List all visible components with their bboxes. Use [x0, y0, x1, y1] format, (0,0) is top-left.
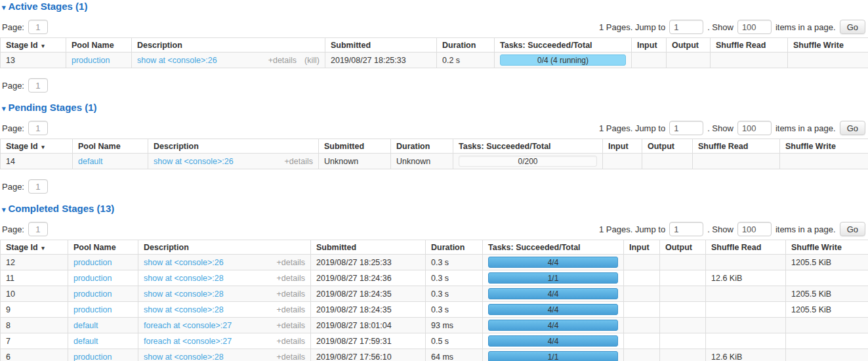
pager-left: Page:	[2, 78, 48, 93]
column-header-shuffle-read[interactable]: Shuffle Read	[711, 38, 788, 53]
stage-description-link[interactable]: show at <console>:28	[144, 352, 224, 361]
pool-name-link[interactable]: production	[73, 305, 112, 314]
details-toggle[interactable]: +details	[285, 157, 313, 166]
column-header-input[interactable]: Input	[624, 240, 660, 255]
tasks-progress-bar: 4/4	[488, 257, 618, 268]
output-cell	[660, 349, 706, 361]
stage-description-link[interactable]: show at <console>:28	[144, 274, 224, 283]
column-header-duration[interactable]: Duration	[426, 240, 483, 255]
go-button[interactable]: Go	[840, 222, 865, 236]
kill-link[interactable]: (kill)	[304, 56, 320, 65]
column-header-shuffle-write[interactable]: Shuffle Write	[786, 240, 868, 255]
collapse-arrow-icon: ▾	[2, 205, 6, 213]
details-toggle[interactable]: +details	[277, 274, 305, 283]
stage-description-link[interactable]: show at <console>:26	[144, 258, 224, 267]
column-header-duration[interactable]: Duration	[437, 38, 495, 53]
duration-cell: 64 ms	[426, 349, 483, 361]
output-cell	[660, 302, 706, 318]
go-button[interactable]: Go	[840, 20, 865, 34]
column-header-tasks-succeeded-total[interactable]: Tasks: Succeeded/Total	[483, 240, 624, 255]
column-header-description[interactable]: Description	[138, 240, 311, 255]
items-per-page-input[interactable]	[737, 222, 772, 236]
page-number-input[interactable]	[28, 179, 48, 194]
column-header-output[interactable]: Output	[667, 38, 711, 53]
column-header-submitted[interactable]: Submitted	[319, 139, 391, 154]
jump-to-page-input[interactable]	[669, 222, 703, 236]
pool-name-link[interactable]: default	[73, 321, 98, 330]
column-header-duration[interactable]: Duration	[391, 139, 453, 154]
details-toggle[interactable]: +details	[277, 337, 305, 346]
stage-description-link[interactable]: show at <console>:26	[154, 157, 234, 166]
stage-description-link[interactable]: show at <console>:28	[144, 305, 224, 314]
header-row: Stage Id ▾Pool NameDescriptionSubmittedD…	[1, 240, 868, 255]
column-header-stage-id[interactable]: Stage Id ▾	[1, 139, 73, 154]
table-row: 11production+detailsshow at <console>:28…	[1, 270, 868, 286]
pool-name-link[interactable]: default	[78, 157, 103, 166]
shuffle-read-cell	[706, 302, 786, 318]
pool-name-cell: default	[73, 154, 148, 169]
details-toggle[interactable]: +details	[277, 321, 305, 330]
stage-id-cell: 14	[1, 154, 73, 169]
pager-controls: 1 Pages. Jump to. Showitems in a page.Go	[599, 222, 865, 236]
stage-description-link[interactable]: foreach at <console>:27	[144, 321, 232, 330]
column-header-pool-name[interactable]: Pool Name	[68, 240, 138, 255]
tasks-progress-cell: 4/4	[483, 255, 624, 270]
details-toggle[interactable]: +details	[277, 305, 305, 314]
jump-to-page-input[interactable]	[669, 121, 703, 135]
go-button[interactable]: Go	[840, 121, 865, 135]
table-row: 13production(kill)+detailsshow at <conso…	[1, 53, 868, 68]
column-header-shuffle-write[interactable]: Shuffle Write	[788, 38, 868, 53]
stage-description-link[interactable]: show at <console>:28	[144, 289, 224, 299]
details-toggle[interactable]: +details	[277, 352, 305, 361]
active-pagination-bottom: Page:	[2, 78, 865, 93]
column-header-description[interactable]: Description	[148, 139, 319, 154]
shuffle-read-cell: 12.6 KiB	[706, 349, 786, 361]
items-per-page-input[interactable]	[737, 121, 772, 135]
column-header-shuffle-read[interactable]: Shuffle Read	[706, 240, 786, 255]
completed-stages-header[interactable]: ▾Completed Stages (13)	[2, 202, 868, 214]
stage-description-link[interactable]: foreach at <console>:27	[144, 337, 232, 346]
active-stages-header[interactable]: ▾Active Stages (1)	[2, 0, 868, 12]
pool-name-link[interactable]: production	[72, 56, 110, 65]
column-header-input[interactable]: Input	[603, 139, 642, 154]
shuffle-write-cell	[786, 349, 868, 361]
details-toggle[interactable]: +details	[277, 258, 305, 267]
pool-name-cell: default	[68, 318, 138, 333]
stage-description-link[interactable]: show at <console>:26	[137, 56, 217, 65]
output-cell	[667, 53, 711, 68]
pool-name-link[interactable]: production	[73, 274, 112, 283]
page-number-input[interactable]	[28, 121, 48, 135]
pool-name-link[interactable]: production	[73, 258, 112, 267]
duration-cell: Unknown	[391, 154, 453, 169]
active-pagination-top: Page:1 Pages. Jump to. Showitems in a pa…	[2, 20, 865, 34]
column-header-pool-name[interactable]: Pool Name	[66, 38, 132, 53]
column-header-input[interactable]: Input	[632, 38, 667, 53]
column-header-shuffle-write[interactable]: Shuffle Write	[780, 139, 868, 154]
column-header-output[interactable]: Output	[660, 240, 706, 255]
column-header-submitted[interactable]: Submitted	[325, 38, 437, 53]
column-header-pool-name[interactable]: Pool Name	[73, 139, 148, 154]
sort-desc-icon: ▾	[40, 43, 45, 49]
column-header-stage-id[interactable]: Stage Id ▾	[1, 38, 66, 53]
column-header-submitted[interactable]: Submitted	[311, 240, 426, 255]
column-header-stage-id[interactable]: Stage Id ▾	[1, 240, 68, 255]
description-cell: +detailsshow at <console>:28	[138, 302, 311, 318]
column-header-shuffle-read[interactable]: Shuffle Read	[693, 139, 780, 154]
column-header-tasks-succeeded-total[interactable]: Tasks: Succeeded/Total	[453, 139, 603, 154]
page-number-input[interactable]	[28, 20, 48, 34]
pool-name-link[interactable]: default	[73, 337, 98, 346]
column-header-output[interactable]: Output	[642, 139, 693, 154]
pending-stages-header[interactable]: ▾Pending Stages (1)	[2, 101, 868, 113]
column-header-tasks-succeeded-total[interactable]: Tasks: Succeeded/Total	[495, 38, 632, 53]
jump-to-page-input[interactable]	[669, 20, 703, 34]
pages-count-label: 1 Pages. Jump to	[599, 224, 665, 234]
details-toggle[interactable]: +details	[268, 56, 297, 65]
pool-name-link[interactable]: production	[73, 289, 112, 299]
page-number-input[interactable]	[28, 222, 48, 236]
column-header-description[interactable]: Description	[132, 38, 325, 53]
items-per-page-input[interactable]	[737, 20, 772, 34]
header-row: Stage Id ▾Pool NameDescriptionSubmittedD…	[1, 38, 868, 53]
details-toggle[interactable]: +details	[277, 289, 305, 299]
pool-name-link[interactable]: production	[73, 352, 112, 361]
page-number-input[interactable]	[28, 78, 48, 93]
